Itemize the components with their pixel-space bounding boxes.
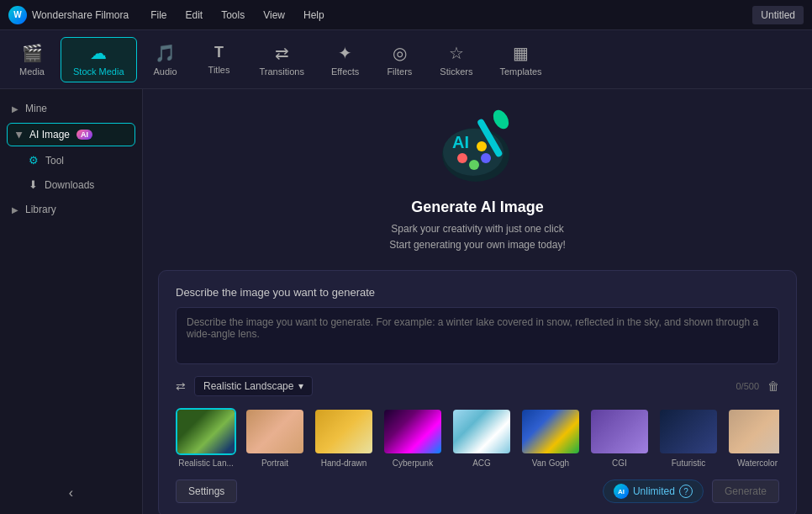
sidebar: ▶ Mine ▶ AI Image AI ⚙ Tool ⬇ Downloads … [0, 89, 143, 514]
svg-point-7 [477, 141, 487, 151]
effects-label: Effects [331, 66, 359, 77]
generate-button[interactable]: Generate [712, 480, 779, 503]
menu-bar: File Edit Tools View Help [142, 6, 333, 24]
style-thumb-img-portrait [245, 408, 305, 455]
ai-dot-icon: AI [614, 484, 629, 499]
toolbar-transitions[interactable]: ⇄ Transitions [248, 38, 316, 82]
style-thumb-img-acg [451, 408, 512, 455]
style-thumb-img-watercolor [727, 408, 779, 455]
svg-point-5 [469, 160, 479, 170]
generator-card: Describe the image you want to generate … [158, 270, 797, 514]
style-thumb-van-gogh[interactable]: Van Gogh [520, 408, 581, 468]
style-thumb-label-cyberpunk: Cyberpunk [393, 458, 433, 468]
title-right: Untitled [752, 6, 804, 24]
svg-text:AI: AI [452, 133, 469, 151]
style-thumb-img-futuristic [658, 408, 719, 455]
audio-label: Audio [153, 66, 177, 77]
main-area: ▶ Mine ▶ AI Image AI ⚙ Tool ⬇ Downloads … [0, 89, 812, 514]
style-thumb-img-cyberpunk [382, 408, 443, 455]
tool-icon: ⚙ [29, 154, 39, 167]
style-row: ⇄ Realistic Landscape ▾ 0/500 🗑 [176, 376, 779, 396]
unlimited-badge: AI Unlimited ? [603, 480, 704, 503]
style-thumb-label-vangogh: Van Gogh [532, 458, 569, 468]
card-header: Describe the image you want to generate [176, 286, 779, 299]
style-thumb-cyberpunk[interactable]: Cyberpunk [382, 408, 443, 468]
svg-point-3 [490, 108, 512, 132]
ai-image-title: Generate AI Image [411, 199, 543, 216]
svg-point-4 [457, 153, 467, 163]
tool-label: Tool [45, 155, 64, 167]
toolbar-effects[interactable]: ✦ Effects [319, 38, 371, 82]
sidebar-sub-items: ⚙ Tool ⬇ Downloads [0, 148, 142, 197]
toolbar-audio[interactable]: 🎵 Audio [140, 38, 191, 82]
sidebar-item-mine[interactable]: ▶ Mine [0, 96, 142, 121]
style-selector[interactable]: Realistic Landscape ▾ [194, 376, 313, 396]
toolbar-titles[interactable]: T Titles [194, 39, 245, 80]
title-bar: W Wondershare Filmora File Edit Tools Vi… [0, 0, 812, 30]
style-thumb-watercolor[interactable]: Watercolor [727, 408, 779, 468]
shuffle-icon[interactable]: ⇄ [176, 379, 186, 393]
collapse-icon: ‹ [69, 485, 73, 501]
bottom-bar: Settings AI Unlimited ? Generate [176, 480, 779, 503]
style-thumb-futuristic[interactable]: Futuristic [658, 408, 719, 468]
menu-tools[interactable]: Tools [213, 6, 253, 24]
effects-icon: ✦ [338, 43, 352, 63]
library-label: Library [25, 204, 56, 215]
trash-icon[interactable]: 🗑 [767, 379, 779, 393]
style-thumb-cgi[interactable]: CGI [589, 408, 650, 468]
ai-image-hero: AI Generate AI Image Spark your creativi… [389, 106, 565, 253]
svg-point-6 [481, 153, 491, 163]
media-label: Media [19, 66, 45, 77]
toolbar-filters[interactable]: ◎ Filters [374, 38, 424, 82]
library-arrow-icon: ▶ [12, 205, 18, 215]
ai-palette-svg: AI [427, 106, 528, 190]
stock-media-icon: ☁ [90, 43, 107, 63]
sidebar-item-ai-image[interactable]: ▶ AI Image AI [7, 123, 135, 146]
menu-file[interactable]: File [142, 6, 175, 24]
style-thumb-acg[interactable]: ACG [451, 408, 512, 468]
menu-view[interactable]: View [255, 6, 293, 24]
content-area: AI Generate AI Image Spark your creativi… [143, 89, 812, 514]
style-selector-chevron-icon: ▾ [298, 380, 303, 392]
style-thumb-portrait[interactable]: Portrait [245, 408, 305, 468]
style-thumb-img-cgi [589, 408, 650, 455]
filters-icon: ◎ [393, 43, 407, 63]
sidebar-item-library[interactable]: ▶ Library [0, 197, 142, 222]
style-thumb-label-portrait: Portrait [261, 458, 288, 468]
help-icon[interactable]: ? [679, 485, 693, 498]
media-icon: 🎬 [22, 43, 43, 63]
sidebar-collapse-button[interactable]: ‹ [0, 479, 142, 507]
style-thumb-img-vangogh [520, 408, 581, 455]
style-thumb-label-acg: ACG [472, 458, 491, 468]
toolbar-media[interactable]: 🎬 Media [7, 38, 57, 82]
stock-media-label: Stock Media [73, 66, 124, 77]
menu-help[interactable]: Help [295, 6, 333, 24]
filters-label: Filters [387, 66, 412, 77]
ai-badge: AI [76, 130, 92, 140]
mine-arrow-icon: ▶ [12, 104, 18, 114]
untitled-button[interactable]: Untitled [752, 6, 804, 24]
titles-icon: T [214, 44, 224, 61]
app-name: Wondershare Filmora [32, 9, 129, 21]
ai-image-subtitle-1: Spark your creativity with just one clic… [389, 221, 565, 253]
style-thumb-realistic-landscape[interactable]: Realistic Lan... [176, 408, 236, 468]
toolbar-stock-media[interactable]: ☁ Stock Media [61, 37, 137, 82]
style-thumb-label-futuristic: Futuristic [672, 458, 706, 468]
style-thumb-label-realistic: Realistic Lan... [178, 458, 234, 468]
settings-button[interactable]: Settings [176, 480, 237, 503]
style-thumb-label-handdrawn: Hand-drawn [321, 458, 366, 468]
style-thumb-hand-drawn[interactable]: Hand-drawn [314, 408, 374, 468]
transitions-label: Transitions [260, 66, 304, 77]
templates-icon: ▦ [513, 43, 529, 63]
menu-edit[interactable]: Edit [177, 6, 212, 24]
app-logo: W Wondershare Filmora [8, 6, 129, 24]
sidebar-item-tool[interactable]: ⚙ Tool [20, 148, 142, 172]
downloads-icon: ⬇ [29, 178, 38, 191]
style-thumbnails: Realistic Lan... Portrait Hand-drawn [176, 408, 779, 468]
style-thumb-label-watercolor: Watercolor [737, 458, 778, 468]
sidebar-item-downloads[interactable]: ⬇ Downloads [20, 172, 142, 197]
toolbar-stickers[interactable]: ☆ Stickers [428, 38, 484, 82]
toolbar-templates[interactable]: ▦ Templates [488, 38, 553, 82]
image-description-input[interactable] [187, 316, 768, 352]
downloads-label: Downloads [45, 179, 94, 191]
